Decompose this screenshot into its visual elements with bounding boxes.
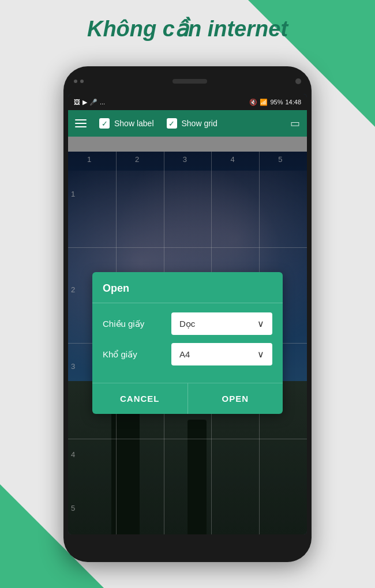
hamburger-line-1 — [75, 119, 87, 120]
phone-top-bar — [63, 66, 312, 96]
paper-chevron-icon: ∨ — [257, 349, 264, 360]
mute-icon: 🔇 — [249, 99, 257, 106]
show-grid-checkbox[interactable]: ✓ — [167, 118, 177, 129]
gray-bar — [68, 137, 307, 152]
time-text: 14:48 — [285, 99, 301, 105]
cancel-button[interactable]: CANCEL — [92, 383, 188, 414]
open-button[interactable]: OPEN — [188, 383, 283, 414]
orientation-chevron-icon: ∨ — [257, 318, 264, 329]
show-label-group[interactable]: ✓ Show label — [99, 118, 154, 129]
phone-frame: 🖼 ▶ 🎤 ... 🔇 📶 95% 14:48 ✓ Show label — [63, 66, 312, 562]
orientation-value: Dọc — [179, 319, 195, 329]
paper-select[interactable]: A4 ∨ — [171, 343, 272, 365]
battery-text: 95% — [270, 99, 283, 105]
paper-value: A4 — [179, 349, 190, 359]
dialog-overlay: Open Chiều giấy Dọc ∨ — [68, 152, 307, 534]
show-grid-text: Show grid — [182, 119, 217, 128]
show-label-checkbox[interactable]: ✓ — [99, 118, 110, 129]
mic-status-icon: 🎤 — [89, 99, 97, 106]
orientation-row: Chiều giấy Dọc ∨ — [103, 312, 272, 335]
open-dialog: Open Chiều giấy Dọc ∨ — [92, 272, 283, 414]
phone-speaker — [172, 79, 207, 84]
dialog-actions: CANCEL OPEN — [92, 383, 283, 414]
status-right: 🔇 📶 95% 14:48 — [249, 99, 301, 106]
show-grid-group[interactable]: ✓ Show grid — [167, 118, 217, 129]
play-status-icon: ▶ — [82, 99, 87, 106]
phone-screen: 🖼 ▶ 🎤 ... 🔇 📶 95% 14:48 ✓ Show label — [68, 94, 307, 534]
phone-dot-2 — [80, 80, 84, 83]
photo-area: 1 2 3 4 5 1 2 3 4 5 Open — [68, 152, 307, 534]
orientation-select[interactable]: Dọc ∨ — [171, 312, 272, 335]
phone-sensors — [74, 80, 84, 83]
dialog-body: Chiều giấy Dọc ∨ Khổ giấy A4 — [92, 303, 283, 383]
page-title: Không cần internet — [0, 16, 375, 42]
hamburger-line-3 — [75, 126, 87, 127]
status-left-icons: 🖼 ▶ 🎤 ... — [74, 99, 105, 106]
dialog-title: Open — [92, 272, 283, 303]
toolbar: ✓ Show label ✓ Show grid ▭ — [68, 110, 307, 137]
photo-background: 1 2 3 4 5 1 2 3 4 5 Open — [68, 152, 307, 534]
paper-label: Khổ giấy — [103, 349, 137, 360]
signal-icon: 📶 — [260, 99, 268, 106]
image-status-icon: 🖼 — [74, 99, 80, 105]
hamburger-line-2 — [75, 123, 87, 124]
phone-camera — [295, 78, 301, 84]
show-label-text: Show label — [114, 119, 154, 128]
hamburger-menu-icon[interactable] — [75, 119, 87, 127]
status-bar: 🖼 ▶ 🎤 ... 🔇 📶 95% 14:48 — [68, 94, 307, 110]
paper-size-row: Khổ giấy A4 ∨ — [103, 343, 272, 365]
phone-dot-1 — [74, 80, 77, 83]
more-status-icon: ... — [100, 99, 105, 105]
orientation-label: Chiều giấy — [103, 319, 144, 329]
folder-icon[interactable]: ▭ — [290, 117, 300, 130]
